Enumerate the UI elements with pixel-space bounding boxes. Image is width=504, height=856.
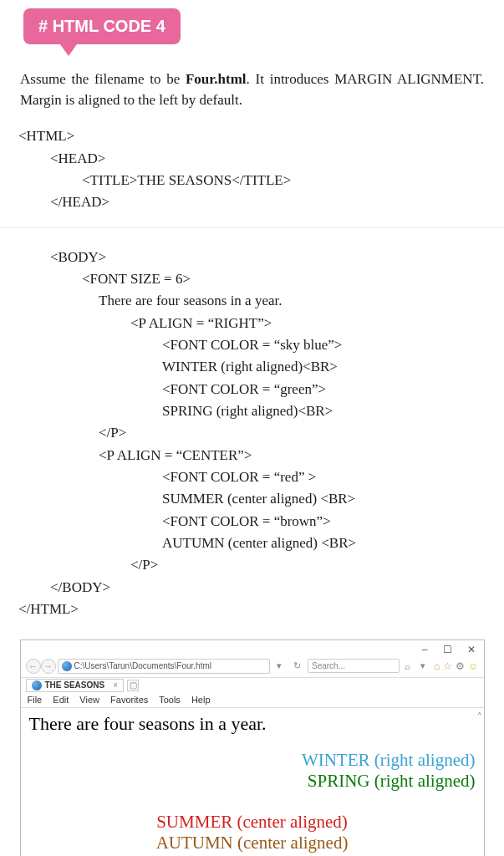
search-input[interactable]: Search...: [308, 659, 400, 673]
intro-filename: Four.html: [186, 71, 247, 87]
menu-file[interactable]: File: [28, 695, 43, 705]
code-line: <FONT SIZE = 6>: [82, 268, 486, 290]
address-dropdown-icon[interactable]: ▾: [272, 660, 287, 671]
home-icon[interactable]: ⌂: [434, 660, 440, 672]
intro-paragraph: Assume the filename to be Four.html. It …: [0, 63, 504, 122]
code-line: <TITLE>THE SEASONS</TITLE>: [82, 170, 486, 191]
tab-title: THE SEASONS: [45, 680, 105, 690]
search-dropdown-icon[interactable]: ▾: [415, 660, 430, 671]
tab-ie-icon: [32, 680, 42, 690]
gear-icon[interactable]: ⚙: [456, 660, 465, 672]
preview-winter: WINTER (right aligned): [29, 750, 476, 771]
banner-tail-icon: [60, 44, 77, 56]
forward-button[interactable]: →: [41, 659, 56, 674]
code-line: WINTER (right aligned)<BR>: [162, 356, 486, 378]
menu-view[interactable]: View: [79, 695, 99, 705]
preview-summer: SUMMER (center aligned): [29, 812, 476, 833]
code-line: </P>: [130, 554, 486, 576]
code-line: SUMMER (center aligned) <BR>: [162, 488, 486, 510]
section-banner: # HTML CODE 4: [23, 8, 181, 44]
code-line: <FONT COLOR = “brown”>: [162, 511, 486, 532]
code-block-body: <BODY> <FONT SIZE = 6> There are four se…: [0, 243, 504, 624]
code-line: </HTML>: [18, 599, 486, 620]
window-minimize-button[interactable]: –: [422, 644, 428, 655]
window-maximize-button[interactable]: ☐: [443, 644, 452, 655]
code-line: There are four seasons in a year.: [99, 290, 486, 312]
favorites-star-icon[interactable]: ☆: [443, 660, 452, 672]
ie-icon: [62, 661, 72, 671]
code-line: <FONT COLOR = “red” >: [162, 466, 486, 488]
code-line: </BODY>: [50, 577, 486, 599]
smiley-icon[interactable]: ☺: [468, 660, 478, 672]
tab-close-button[interactable]: ×: [108, 680, 118, 690]
scroll-up-icon[interactable]: ˄: [477, 711, 482, 722]
code-line: <FONT COLOR = “sky blue”>: [162, 334, 486, 356]
address-path: C:\Users\Tarun\Documents\Four.html: [74, 661, 212, 670]
browser-viewport: ˄ There are four seasons in a year. WINT…: [21, 708, 484, 857]
code-block-top: <HTML> <HEAD> <TITLE>THE SEASONS</TITLE>…: [0, 122, 504, 217]
code-line: AUTUMN (center aligned) <BR>: [162, 532, 486, 554]
window-close-button[interactable]: ✕: [467, 644, 476, 655]
new-tab-button[interactable]: ▢: [127, 680, 139, 691]
code-line: <FONT COLOR = “green”>: [162, 379, 486, 400]
menu-edit[interactable]: Edit: [53, 695, 69, 705]
preview-spring: SPRING (right aligned): [29, 771, 476, 792]
code-line: <HTML>: [18, 125, 486, 147]
code-line: </P>: [99, 422, 486, 444]
browser-tab[interactable]: THE SEASONS ×: [26, 679, 125, 692]
code-line: </HEAD>: [50, 191, 486, 213]
menu-tools[interactable]: Tools: [159, 695, 181, 705]
refresh-button[interactable]: ↻: [288, 660, 306, 671]
code-line: <P ALIGN = “RIGHT”>: [130, 313, 486, 334]
code-line: <P ALIGN = “CENTER”>: [99, 445, 486, 466]
back-button[interactable]: ←: [26, 659, 41, 674]
code-line: <BODY>: [50, 247, 486, 268]
preview-autumn: AUTUMN (center aligned): [29, 833, 476, 853]
menu-favorites[interactable]: Favorites: [110, 695, 148, 705]
search-icon[interactable]: ⌕: [401, 661, 414, 671]
menu-bar: File Edit View Favorites Tools Help: [21, 693, 484, 708]
code-line: <HEAD>: [50, 148, 486, 170]
intro-text-1: Assume the filename to be: [20, 71, 186, 87]
page-divider: [0, 227, 504, 228]
code-line: SPRING (right aligned)<BR>: [162, 400, 486, 422]
search-placeholder: Search...: [312, 661, 345, 670]
browser-window: – ☐ ✕ ← → C:\Users\Tarun\Documents\Four.…: [20, 639, 485, 857]
address-bar[interactable]: C:\Users\Tarun\Documents\Four.html: [58, 659, 270, 674]
preview-first-line: There are four seasons in a year.: [29, 713, 476, 735]
menu-help[interactable]: Help: [191, 695, 211, 705]
